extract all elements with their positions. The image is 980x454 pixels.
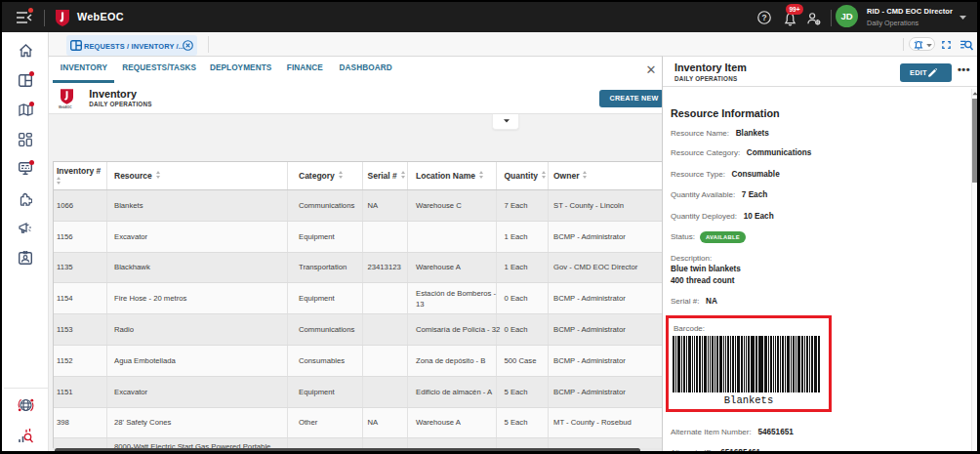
svg-text:?: ?: [761, 13, 766, 22]
